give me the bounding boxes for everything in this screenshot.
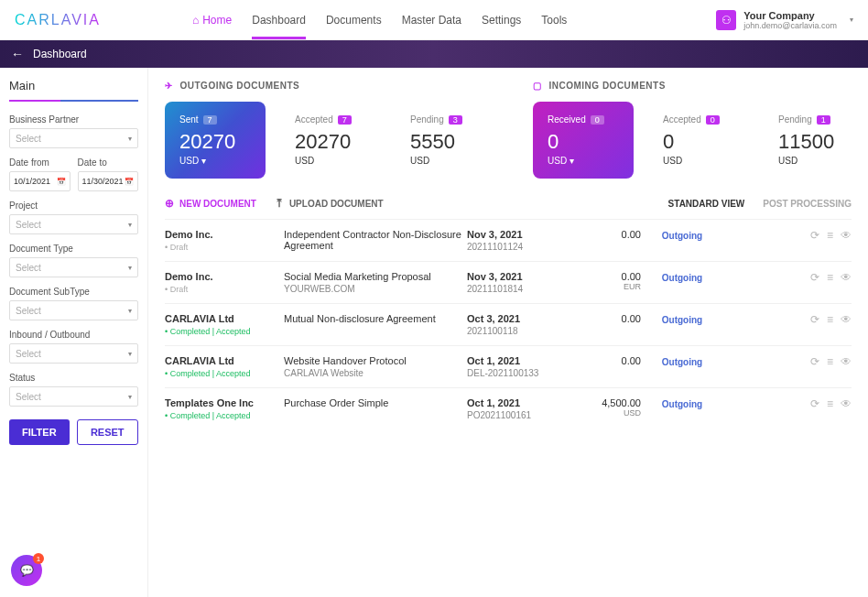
main-content: ✈ OUTGOING DOCUMENTS Sent720270USD ▾Acce… [148, 68, 868, 597]
account-email: john.demo@carlavia.com [743, 21, 837, 30]
document-type-label: Document Type [9, 244, 138, 254]
date-to-label: Date to [78, 157, 139, 168]
doc-status: • Completed | Accepted [165, 369, 284, 378]
list-icon[interactable]: ≡ [827, 229, 833, 242]
user-icon: ⚇ [716, 10, 736, 30]
doc-amount: 0.00 [577, 313, 641, 324]
plus-circle-icon: ⊕ [165, 197, 174, 210]
nav-item-home[interactable]: Home [192, 1, 232, 39]
table-row[interactable]: CARLAVIA Ltd• Completed | AcceptedMutual… [165, 303, 852, 345]
table-row[interactable]: Templates One Inc• Completed | AcceptedP… [165, 387, 852, 429]
chat-bubble-button[interactable]: 💬 1 [11, 555, 42, 586]
inbound-outbound-select[interactable]: Select [9, 343, 138, 364]
nav-item-documents[interactable]: Documents [326, 1, 382, 39]
list-icon[interactable]: ≡ [827, 355, 833, 368]
reset-button[interactable]: RESET [77, 419, 139, 445]
doc-amount: 0.00 [577, 271, 641, 282]
filter-button[interactable]: FILTER [9, 419, 70, 445]
nav-item-settings[interactable]: Settings [482, 1, 521, 39]
date-to-input[interactable]: 11/30/2021 [78, 171, 139, 191]
list-icon[interactable]: ≡ [827, 397, 833, 410]
doc-date: Oct 1, 2021 [467, 397, 577, 408]
refresh-icon[interactable]: ⟳ [810, 271, 819, 284]
table-row[interactable]: CARLAVIA Ltd• Completed | AcceptedWebsit… [165, 345, 852, 387]
doc-title: Independent Contractor Non-Disclosure Ag… [284, 229, 467, 251]
topbar: CARLAVIA HomeDashboardDocumentsMaster Da… [0, 0, 868, 40]
stat-card-pending: Pending111500USD [764, 102, 864, 179]
post-processing-tab[interactable]: POST PROCESSING [763, 199, 852, 209]
doc-currency: USD [577, 408, 641, 418]
date-from-input[interactable]: 10/1/2021 [9, 171, 71, 191]
chat-badge: 1 [33, 553, 44, 564]
document-subtype-select[interactable]: Select [9, 300, 138, 320]
doc-company: Templates One Inc [165, 397, 284, 408]
doc-currency: EUR [577, 282, 641, 291]
project-select[interactable]: Select [9, 214, 138, 234]
title-underline [9, 100, 138, 102]
doc-date: Nov 3, 2021 [467, 229, 577, 240]
project-label: Project [9, 201, 138, 211]
nav-item-tools[interactable]: Tools [541, 1, 567, 39]
stat-card-pending: Pending35550USD [396, 102, 496, 179]
list-icon[interactable]: ≡ [827, 313, 833, 326]
inbox-icon: ▢ [533, 81, 542, 91]
eye-icon[interactable]: 👁 [841, 271, 852, 284]
account-name: Your Company [743, 10, 837, 21]
chat-icon: 💬 [20, 564, 34, 577]
doc-reference: DEL-2021100133 [467, 368, 577, 378]
status-label: Status [9, 373, 138, 383]
refresh-icon[interactable]: ⟳ [810, 397, 819, 410]
stat-card-accepted: Accepted720270USD [280, 102, 381, 179]
back-arrow-icon[interactable]: ← [11, 47, 24, 61]
new-document-button[interactable]: ⊕ NEW DOCUMENT [165, 197, 256, 210]
eye-icon[interactable]: 👁 [841, 313, 852, 326]
table-row[interactable]: Demo Inc.• DraftIndependent Contractor N… [165, 219, 852, 261]
nav-item-dashboard[interactable]: Dashboard [252, 1, 306, 39]
incoming-stats: ▢ INCOMING DOCUMENTS Received00USD ▾Acce… [533, 81, 864, 179]
refresh-icon[interactable]: ⟳ [810, 229, 819, 242]
upload-document-button[interactable]: ⤒ UPLOAD DOCUMENT [275, 197, 384, 210]
chevron-down-icon[interactable]: ▾ [201, 156, 206, 166]
doc-reference: 20211101814 [467, 284, 577, 294]
list-icon[interactable]: ≡ [827, 271, 833, 284]
document-subtype-label: Document SubType [9, 287, 138, 297]
header-bar: ← Dashboard [0, 40, 868, 68]
doc-status: • Draft [165, 243, 284, 252]
stat-card-received: Received00USD ▾ [533, 102, 634, 179]
eye-icon[interactable]: 👁 [841, 229, 852, 242]
doc-subtitle: CARLAVIA Website [284, 368, 467, 378]
chevron-down-icon: ▾ [850, 16, 853, 24]
status-select[interactable]: Select [9, 386, 138, 407]
eye-icon[interactable]: 👁 [841, 397, 852, 410]
doc-direction: Outgoing [662, 399, 702, 409]
doc-title: Social Media Marketing Proposal [284, 271, 467, 282]
standard-view-tab[interactable]: STANDARD VIEW [668, 199, 745, 209]
refresh-icon[interactable]: ⟳ [810, 313, 819, 326]
doc-amount: 4,500.00 [577, 397, 641, 408]
doc-company: CARLAVIA Ltd [165, 313, 284, 324]
doc-direction: Outgoing [662, 315, 702, 325]
stat-card-accepted: Accepted00USD [648, 102, 749, 179]
business-partner-label: Business Partner [9, 114, 138, 125]
doc-date: Oct 3, 2021 [467, 313, 577, 324]
doc-company: CARLAVIA Ltd [165, 355, 284, 366]
doc-direction: Outgoing [662, 231, 702, 241]
eye-icon[interactable]: 👁 [841, 355, 852, 368]
nav-item-master-data[interactable]: Master Data [402, 1, 461, 39]
refresh-icon[interactable]: ⟳ [810, 355, 819, 368]
upload-icon: ⤒ [275, 197, 284, 210]
document-type-select[interactable]: Select [9, 257, 138, 277]
business-partner-select[interactable]: Select [9, 128, 138, 148]
incoming-title: INCOMING DOCUMENTS [549, 81, 666, 91]
doc-reference: 20211101124 [467, 242, 577, 252]
chevron-down-icon[interactable]: ▾ [570, 156, 574, 166]
filter-sidebar: Main Business Partner Select Date from 1… [0, 68, 148, 597]
doc-title: Website Handover Protocol [284, 355, 467, 366]
doc-date: Oct 1, 2021 [467, 355, 577, 366]
sidebar-title: Main [9, 79, 138, 92]
doc-status: • Completed | Accepted [165, 411, 284, 420]
account-widget[interactable]: ⚇ Your Company john.demo@carlavia.com ▾ [716, 10, 853, 30]
doc-direction: Outgoing [662, 273, 702, 283]
table-row[interactable]: Demo Inc.• DraftSocial Media Marketing P… [165, 261, 852, 303]
doc-direction: Outgoing [662, 357, 702, 367]
